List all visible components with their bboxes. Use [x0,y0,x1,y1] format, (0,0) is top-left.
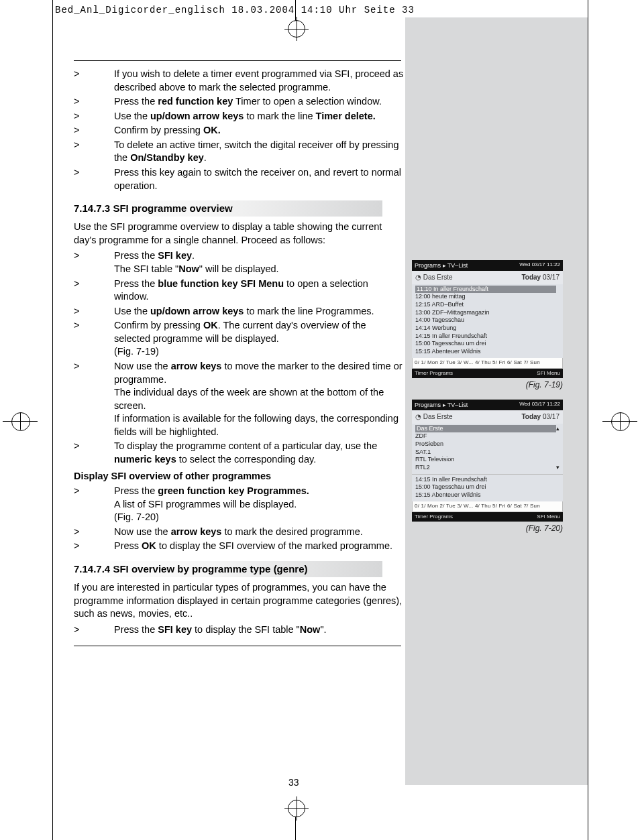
fig-row: 15:15 Abenteuer Wildnis [415,491,559,499]
rule-bottom [74,646,401,646]
fig-channel-row: SAT.1 [415,448,559,457]
bullet-text: Press the green function key Programmes.… [114,485,404,524]
bullet-marker: > [74,305,114,318]
bullet-row: >Press the green function key Programmes… [74,485,404,524]
print-slug: Bed_Anl_Digicorder_englisch 18.03.2004 1… [55,4,415,17]
fig-footer-left: Timer Programs [415,370,453,377]
bullet-text: Use the up/down arrow keys to mark the l… [114,305,404,318]
rule-top [74,60,401,61]
bullet-row: >Confirm by pressing OK. [74,124,404,137]
bullet-row: >Press the blue function key SFI Menu to… [74,278,404,304]
bullet-row: >Confirm by pressing OK. The current day… [74,319,404,359]
bullet-text: Now use the arrow keys to move the marke… [114,360,404,438]
crop-target-top [288,20,305,38]
bullet-text: Press this key again to switch the recei… [114,166,404,192]
bullet-marker: > [74,110,114,123]
fig-clock: Wed 03/17 11:22 [519,401,560,409]
fig-row: 11:10 In aller Freundschaft [415,286,559,294]
fig-row: 15:15 Abenteuer Wildnis [415,348,559,356]
trim-line-right [588,0,588,840]
bullet-row: >Press the SFI key.The SFI table "Now" w… [74,249,404,276]
figure-caption: (Fig. 7-19) [412,379,563,390]
bullet-text: Confirm by pressing OK. The current day'… [114,319,404,359]
bullet-text: Press OK to display the SFI overview of … [114,540,404,553]
bullet-row: >If you wish to delete a timer event pro… [74,68,404,94]
bullet-text: Press the SFI key.The SFI table "Now" wi… [114,249,404,276]
fig-row: 14:00 Tagesschau [415,316,559,324]
bullet-text: Press the SFI key to display the SFI tab… [114,623,404,637]
fig-row: 13:00 ZDF–Mittagsmagazin [415,309,559,317]
fig-row: 14:15 In aller Freundschaft [415,333,559,341]
bullet-text: Now use the arrow keys to mark the desir… [114,526,404,539]
fig-row: 15:00 Tagesschau um drei [415,483,559,491]
bullet-text: Confirm by pressing OK. [114,124,404,137]
fig-today: Today Today 03/1703/17 [521,273,559,282]
fig-row: 12:00 heute mittag [415,293,559,301]
crop-target-bottom [288,800,305,817]
fig-channel-row: ProSieben [415,440,559,448]
section-heading: 7.14.7.4 SFI overview by programme type … [74,561,382,577]
section-intro: Use the SFI programme overview to displa… [74,221,404,247]
bullet-marker: > [74,139,114,165]
fig-clock: Wed 03/17 11:22 [519,261,560,269]
bullet-text: Press the red function key Timer to open… [114,95,404,109]
page-number: 33 [288,776,299,789]
fig-channel-row: RTL2▾ [415,464,559,472]
bullet-row: >Now use the arrow keys to mark the desi… [74,526,404,539]
fig-channel-row: Das Erste▴ [415,425,559,433]
fig-channel-row: RTL Television [415,456,559,464]
bullet-row: >Press the SFI key to display the SFI ta… [74,623,404,637]
bullet-row: >Now use the arrow keys to move the mark… [74,360,404,438]
bullet-marker: > [74,278,114,304]
bullet-marker: > [74,440,114,466]
fig-days: 0/ 1/ Mon 2/ Tue 3/ W... 4/ Thu 5/ Fri 6… [412,358,563,369]
fig-channel: ◔ Das Erste [415,273,453,282]
subheading: Display SFI overview of other programmes [74,470,404,483]
text-column: >If you wish to delete a timer event pro… [74,60,404,653]
fig-breadcrumb: Programs ▸ TV–List [415,401,468,409]
bullet-text: Use the up/down arrow keys to mark the l… [114,110,404,123]
bullet-row: >Use the up/down arrow keys to mark the … [74,110,404,123]
figure-7-20: Programs ▸ TV–List Wed 03/17 11:22 ◔ Das… [412,400,563,534]
bullet-marker: > [74,249,114,276]
bullet-marker: > [74,360,114,438]
bullet-row: >Press this key again to switch the rece… [74,166,404,192]
bullet-row: >Use the up/down arrow keys to mark the … [74,305,404,318]
fig-footer-left: Timer Programs [415,514,453,521]
bullet-marker: > [74,95,114,109]
bullet-marker: > [74,526,114,539]
bullet-marker: > [74,124,114,137]
fig-breadcrumb: Programs ▸ TV–List [415,261,468,269]
fig-row: 14:14 Werbung [415,324,559,333]
bullet-marker: > [74,166,114,192]
fig-channel-row: ZDF [415,432,559,440]
fig-row: 15:00 Tagesschau um drei [415,340,559,348]
bullet-marker: > [74,319,114,359]
fig-footer-right: SFI Menu [537,370,560,377]
bullet-text: To display the programme content of a pa… [114,440,404,466]
bullet-text: If you wish to delete a timer event prog… [114,68,404,94]
fig-channel: ◔ Das Erste [415,412,453,422]
bullet-marker: > [74,623,114,637]
registration-left [7,408,34,434]
section-intro: If you are interested in particular type… [74,581,404,621]
bullet-marker: > [74,485,114,524]
figure-7-19: Programs ▸ TV–List Wed 03/17 11:22 ◔ Das… [412,260,563,391]
fig-footer-right: SFI Menu [537,514,560,521]
bullet-text: To delete an active timer, switch the di… [114,139,404,165]
bullet-row: >Press the red function key Timer to ope… [74,95,404,109]
fig-row: 12:15 ARD–Buffet [415,301,559,309]
bullet-marker: > [74,540,114,553]
registration-right [606,408,633,434]
bullet-row: >Press OK to display the SFI overview of… [74,540,404,553]
bullet-marker: > [74,68,114,94]
trim-line-left [52,0,53,840]
fig-row: 14:15 In aller Freundschaft [415,476,559,484]
bullet-row: >To delete an active timer, switch the d… [74,139,404,165]
section-heading: 7.14.7.3 SFI programme overview [74,200,382,217]
bullet-text: Press the blue function key SFI Menu to … [114,278,404,304]
figure-caption: (Fig. 7-20) [412,523,563,534]
bullet-row: >To display the programme content of a p… [74,440,404,466]
fig-days: 0/ 1/ Mon 2/ Tue 3/ W... 4/ Thu 5/ Fri 6… [412,501,563,512]
fig-today: Today 03/17 [521,412,559,422]
